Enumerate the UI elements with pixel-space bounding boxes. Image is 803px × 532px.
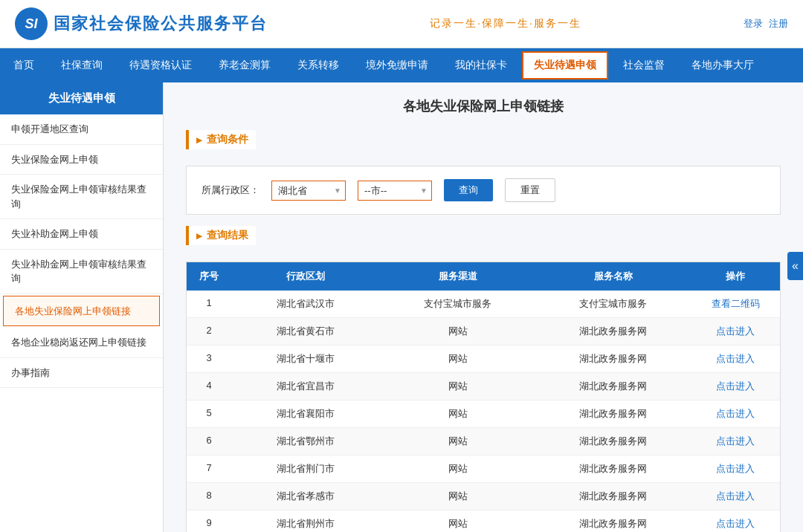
nav-home[interactable]: 首页 <box>0 50 48 81</box>
sidebar-item-0[interactable]: 申领开通地区查询 <box>0 114 163 145</box>
header: SI 国家社会保险公共服务平台 记录一生·保障一生·服务一生 登录 注册 <box>0 0 803 48</box>
cell-action[interactable]: 点击进入 <box>691 346 780 372</box>
right-collapse-tab[interactable]: « <box>787 252 803 280</box>
auth-area: 登录 注册 <box>744 17 788 30</box>
table-row: 7 湖北省荆门市 网站 湖北政务服务网 点击进入 <box>187 455 780 483</box>
cell-action[interactable]: 点击进入 <box>691 373 780 400</box>
cell-name: 湖北政务服务网 <box>535 483 691 510</box>
cell-action[interactable]: 点击进入 <box>691 510 780 532</box>
cell-id: 5 <box>187 400 231 427</box>
table-row: 5 湖北省襄阳市 网站 湖北政务服务网 点击进入 <box>187 400 780 428</box>
sidebar: 失业待遇申领 申领开通地区查询 失业保险金网上申领 失业保险金网上申领审核结果查… <box>0 82 164 532</box>
query-row: 所属行政区： 湖北省 湖南省 广东省 --市-- 武汉市 黄石市 查询 <box>201 178 765 202</box>
reset-button[interactable]: 重置 <box>505 178 555 202</box>
query-label-text: 查询条件 <box>186 130 256 149</box>
city-select[interactable]: --市-- 武汉市 黄石市 <box>358 181 432 201</box>
cell-region: 湖北省荆州市 <box>231 510 380 532</box>
province-select[interactable]: 湖北省 湖南省 广东省 <box>271 181 346 201</box>
cell-action[interactable]: 点击进入 <box>691 483 780 510</box>
col-id: 序号 <box>187 262 231 291</box>
cell-id: 1 <box>187 291 231 317</box>
cell-name: 湖北政务服务网 <box>535 373 691 400</box>
cell-name: 湖北政务服务网 <box>535 346 691 372</box>
city-select-wrapper: --市-- 武汉市 黄石市 <box>358 181 432 201</box>
sidebar-item-5[interactable]: 各地失业保险网上申领链接 <box>3 296 160 327</box>
cell-channel: 网站 <box>380 455 535 482</box>
cell-region: 湖北省黄石市 <box>231 318 380 345</box>
cell-channel: 网站 <box>380 428 535 455</box>
nav-shiye[interactable]: 失业待遇申领 <box>522 51 608 80</box>
cell-channel: 支付宝城市服务 <box>380 291 535 317</box>
register-link[interactable]: 注册 <box>769 17 788 30</box>
cell-name: 湖北政务服务网 <box>535 455 691 482</box>
site-title: 国家社会保险公共服务平台 <box>54 13 268 35</box>
cell-region: 湖北省荆门市 <box>231 455 380 482</box>
page-title: 各地失业保险网上申领链接 <box>186 97 781 115</box>
region-label: 所属行政区： <box>201 184 259 197</box>
nav-shehui[interactable]: 社会监督 <box>610 50 678 81</box>
sidebar-header: 失业待遇申领 <box>0 82 163 114</box>
cell-id: 7 <box>187 455 231 482</box>
table-header: 序号 行政区划 服务渠道 服务名称 操作 <box>187 262 780 291</box>
sidebar-item-2[interactable]: 失业保险金网上申领审核结果查询 <box>0 175 163 219</box>
table-row: 6 湖北省鄂州市 网站 湖北政务服务网 点击进入 <box>187 428 780 455</box>
sidebar-item-4[interactable]: 失业补助金网上申领审核结果查询 <box>0 250 163 294</box>
logo-area: SI 国家社会保险公共服务平台 <box>15 7 268 40</box>
sidebar-item-3[interactable]: 失业补助金网上申领 <box>0 219 163 250</box>
login-link[interactable]: 登录 <box>744 17 763 30</box>
cell-id: 2 <box>187 318 231 345</box>
result-label-text: 查询结果 <box>186 226 256 245</box>
cell-region: 湖北省武汉市 <box>231 291 380 317</box>
nav-difang[interactable]: 各地办事大厅 <box>678 50 767 81</box>
main-content: 各地失业保险网上申领链接 查询条件 所属行政区： 湖北省 湖南省 广东省 --市… <box>164 82 803 532</box>
col-action: 操作 <box>691 262 780 291</box>
cell-id: 4 <box>187 373 231 400</box>
cell-name: 支付宝城市服务 <box>535 291 691 317</box>
query-section-label: 查询条件 <box>186 130 781 158</box>
nav-shebaoka[interactable]: 我的社保卡 <box>442 50 520 81</box>
table-row: 2 湖北省黄石市 网站 湖北政务服务网 点击进入 <box>187 318 780 346</box>
nav-yanglaojin[interactable]: 养老金测算 <box>205 50 284 81</box>
cell-region: 湖北省宜昌市 <box>231 373 380 400</box>
cell-id: 6 <box>187 428 231 455</box>
province-select-wrapper: 湖北省 湖南省 广东省 <box>271 181 346 201</box>
cell-channel: 网站 <box>380 346 535 372</box>
cell-channel: 网站 <box>380 400 535 427</box>
cell-name: 湖北政务服务网 <box>535 400 691 427</box>
col-region: 行政区划 <box>231 262 380 291</box>
main-nav: 首页 社保查询 待遇资格认证 养老金测算 关系转移 境外免缴申请 我的社保卡 失… <box>0 48 803 82</box>
table-row: 3 湖北省十堰市 网站 湖北政务服务网 点击进入 <box>187 346 780 373</box>
sidebar-item-6[interactable]: 各地企业稳岗返还网上申领链接 <box>0 328 163 358</box>
cell-action[interactable]: 点击进入 <box>691 428 780 455</box>
cell-channel: 网站 <box>380 318 535 345</box>
cell-name: 湖北政务服务网 <box>535 318 691 345</box>
col-channel: 服务渠道 <box>380 262 535 291</box>
cell-region: 湖北省十堰市 <box>231 346 380 372</box>
nav-jingwai[interactable]: 境外免缴申请 <box>352 50 442 81</box>
sidebar-item-7[interactable]: 办事指南 <box>0 358 163 389</box>
table-row: 1 湖北省武汉市 支付宝城市服务 支付宝城市服务 查看二维码 <box>187 291 780 318</box>
cell-region: 湖北省孝感市 <box>231 483 380 510</box>
cell-name: 湖北政务服务网 <box>535 510 691 532</box>
table-body: 1 湖北省武汉市 支付宝城市服务 支付宝城市服务 查看二维码 2 湖北省黄石市 … <box>187 291 780 532</box>
cell-id: 3 <box>187 346 231 372</box>
cell-action[interactable]: 查看二维码 <box>691 291 780 317</box>
cell-name: 湖北政务服务网 <box>535 428 691 455</box>
cell-action[interactable]: 点击进入 <box>691 318 780 345</box>
table-row: 4 湖北省宜昌市 网站 湖北政务服务网 点击进入 <box>187 373 780 400</box>
cell-channel: 网站 <box>380 373 535 400</box>
cell-channel: 网站 <box>380 483 535 510</box>
nav-guanxi[interactable]: 关系转移 <box>284 50 352 81</box>
slogan: 记录一生·保障一生·服务一生 <box>430 17 581 30</box>
nav-shebao[interactable]: 社保查询 <box>48 50 116 81</box>
cell-action[interactable]: 点击进入 <box>691 455 780 482</box>
cell-region: 湖北省襄阳市 <box>231 400 380 427</box>
cell-id: 8 <box>187 483 231 510</box>
logo-icon: SI <box>15 7 48 40</box>
query-button[interactable]: 查询 <box>444 179 493 201</box>
nav-renzheng[interactable]: 待遇资格认证 <box>116 50 205 81</box>
cell-action[interactable]: 点击进入 <box>691 400 780 427</box>
cell-channel: 网站 <box>380 510 535 532</box>
table-row: 8 湖北省孝感市 网站 湖北政务服务网 点击进入 <box>187 483 780 510</box>
sidebar-item-1[interactable]: 失业保险金网上申领 <box>0 145 163 175</box>
